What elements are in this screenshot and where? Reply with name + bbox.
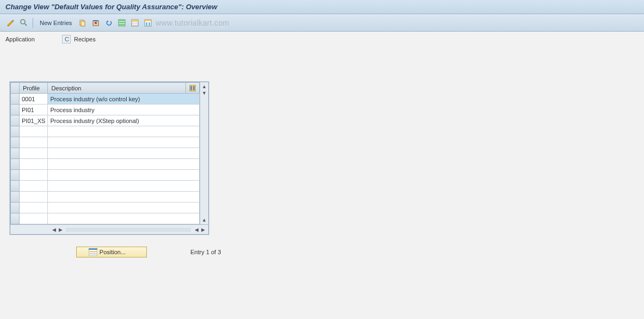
row-selector[interactable] (11, 126, 20, 137)
cell-profile[interactable] (20, 203, 48, 213)
table-row-empty (11, 126, 200, 137)
cell-description[interactable] (48, 170, 200, 181)
cell-description[interactable]: Process industry (48, 105, 200, 115)
svg-rect-13 (132, 20, 138, 21)
cell-profile[interactable]: PI01_XS (20, 115, 48, 126)
table-row: 0001Process industry (w/o control key) (11, 94, 200, 105)
svg-rect-21 (189, 85, 196, 91)
cell-profile[interactable] (20, 213, 48, 224)
position-button-label: Position... (100, 249, 126, 255)
cell-description[interactable]: Process industry (XStep optional) (48, 115, 200, 126)
table-corner[interactable] (11, 83, 20, 94)
cell-description[interactable] (48, 181, 200, 192)
row-selector[interactable] (11, 192, 20, 203)
table-config-button[interactable] (186, 83, 200, 94)
undo-icon[interactable] (103, 17, 114, 28)
cell-description[interactable] (48, 159, 200, 170)
table-row-empty (11, 203, 200, 213)
svg-rect-9 (119, 20, 125, 21)
watermark-text: www.tutorialkart.com (156, 19, 229, 27)
cell-description[interactable] (48, 126, 200, 137)
svg-rect-25 (89, 248, 97, 250)
toggle-display-change-icon[interactable] (5, 17, 16, 28)
table-row-empty (11, 170, 200, 181)
table-row-empty (11, 148, 200, 159)
svg-rect-20 (148, 22, 150, 26)
cell-profile[interactable] (20, 126, 48, 137)
svg-rect-18 (145, 20, 151, 21)
cell-profile[interactable] (20, 137, 48, 148)
row-selector[interactable] (11, 105, 20, 115)
configure-icon[interactable] (143, 17, 153, 28)
profile-table-container: Profile Description 0001Process industry… (10, 82, 209, 235)
content-area: Application C Recipes Profile Descriptio… (0, 32, 644, 319)
cell-profile[interactable]: 0001 (20, 94, 48, 105)
svg-rect-10 (119, 22, 125, 23)
deselect-all-icon[interactable] (129, 17, 140, 28)
svg-rect-22 (190, 86, 192, 90)
scroll-right-icon[interactable]: ▶ (57, 226, 64, 233)
row-selector[interactable] (11, 94, 20, 105)
row-selector[interactable] (11, 203, 20, 213)
separator (33, 18, 33, 28)
select-all-icon[interactable] (116, 17, 127, 28)
cell-profile[interactable]: PI01 (20, 105, 48, 115)
table-row: PI01_XSProcess industry (XStep optional) (11, 115, 200, 126)
svg-rect-19 (146, 22, 147, 26)
position-button[interactable]: Position... (76, 247, 147, 257)
svg-point-0 (21, 20, 25, 24)
cell-description[interactable]: Process industry (w/o control key) (48, 94, 200, 105)
cell-profile[interactable] (20, 170, 48, 181)
position-row: Position... Entry 1 of 3 (76, 247, 639, 257)
cell-description[interactable] (48, 137, 200, 148)
row-selector[interactable] (11, 159, 20, 170)
position-icon (89, 248, 97, 256)
scroll-up-icon[interactable]: ▲ (201, 83, 208, 90)
column-header-profile[interactable]: Profile (20, 83, 48, 94)
scroll-track[interactable] (66, 228, 191, 232)
scroll-left2-icon[interactable]: ◀ (193, 226, 200, 233)
table-row-empty (11, 192, 200, 203)
cell-description[interactable] (48, 148, 200, 159)
row-selector[interactable] (11, 213, 20, 224)
row-selector[interactable] (11, 148, 20, 159)
scroll-down-small-icon[interactable]: ▼ (201, 90, 208, 96)
cell-description[interactable] (48, 213, 200, 224)
table-row-empty (11, 213, 200, 224)
title-bar: Change View "Default Values for Quality … (0, 0, 644, 14)
row-selector[interactable] (11, 170, 20, 181)
scroll-right2-icon[interactable]: ▶ (200, 226, 206, 233)
copy-as-icon[interactable] (77, 17, 88, 28)
application-field-row: Application C Recipes (5, 35, 639, 44)
svg-rect-4 (81, 21, 85, 26)
profile-table: Profile Description 0001Process industry… (10, 82, 200, 224)
svg-rect-11 (119, 24, 125, 26)
other-view-icon[interactable] (18, 17, 29, 28)
application-text: Recipes (74, 36, 96, 42)
cell-profile[interactable] (20, 148, 48, 159)
scroll-down-icon[interactable]: ▲ (201, 217, 208, 223)
table-row-empty (11, 137, 200, 148)
application-label: Application (5, 36, 60, 42)
cell-profile[interactable] (20, 192, 48, 203)
svg-rect-23 (193, 86, 195, 90)
row-selector[interactable] (11, 115, 20, 126)
svg-rect-26 (89, 251, 97, 252)
cell-profile[interactable] (20, 159, 48, 170)
horizontal-scrollbar[interactable]: ◀ ▶ ◀ ▶ (10, 224, 208, 234)
scroll-left-icon[interactable]: ◀ (51, 226, 57, 233)
column-header-description[interactable]: Description (48, 83, 186, 94)
row-selector[interactable] (11, 137, 20, 148)
delete-icon[interactable] (90, 17, 101, 28)
svg-line-1 (24, 23, 27, 26)
new-entries-button[interactable]: New Entries (36, 19, 75, 27)
cell-profile[interactable] (20, 181, 48, 192)
row-selector[interactable] (11, 181, 20, 192)
table-row-empty (11, 159, 200, 170)
vertical-scrollbar[interactable]: ▲ ▼ ▲ (200, 82, 208, 224)
table-row-empty (11, 181, 200, 192)
cell-description[interactable] (48, 192, 200, 203)
entry-status: Entry 1 of 3 (190, 249, 221, 255)
application-code[interactable]: C (62, 35, 71, 44)
cell-description[interactable] (48, 203, 200, 213)
